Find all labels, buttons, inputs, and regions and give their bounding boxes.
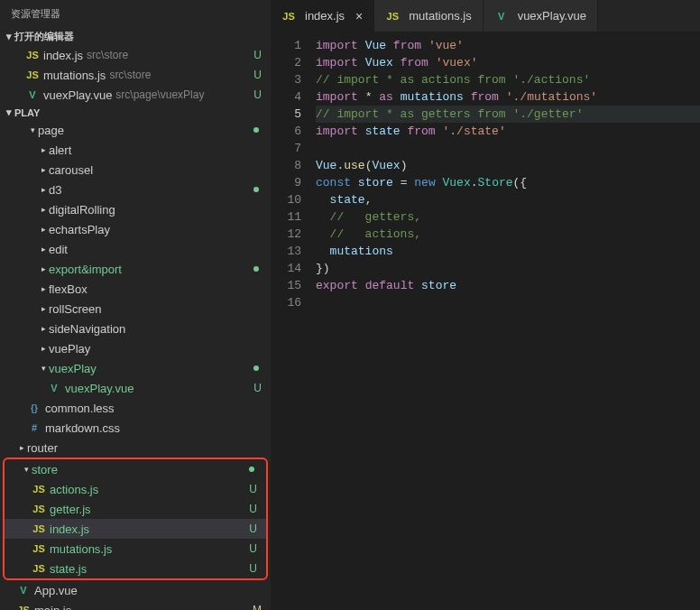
project-header[interactable]: ▾ PLAY — [0, 105, 271, 120]
folder-item[interactable]: export&import — [0, 259, 271, 279]
line-number: 12 — [271, 226, 301, 243]
code-line: // import * as actions from './actions' — [316, 71, 700, 88]
item-label: markdown.css — [45, 421, 120, 435]
git-status: U — [249, 483, 257, 495]
code-line: // getters, — [316, 208, 700, 226]
chevron-icon — [38, 225, 49, 234]
line-number: 7 — [271, 140, 301, 157]
code-line: }) — [316, 260, 700, 277]
file-icon: # — [27, 421, 41, 435]
file-icon: JS — [25, 48, 40, 62]
code-line: import * as mutations from './mutations' — [316, 88, 700, 106]
explorer-title: 资源管理器 — [0, 0, 271, 28]
file-icon: JS — [32, 482, 46, 496]
file-item[interactable]: JSgetter.jsU — [5, 499, 266, 519]
editor-tab[interactable]: VvuexPlay.vue — [484, 0, 598, 32]
line-number: 15 — [271, 277, 301, 294]
code-line: state, — [316, 191, 700, 208]
file-item[interactable]: JSmain.jsM — [0, 600, 271, 610]
folder-item[interactable]: digitalRolling — [0, 199, 271, 219]
item-label: vuexPlay — [49, 362, 97, 375]
item-label: page — [38, 124, 64, 137]
line-number: 16 — [271, 294, 301, 311]
open-editors-label: 打开的编辑器 — [14, 30, 74, 43]
chevron-icon — [38, 185, 49, 194]
item-label: router — [27, 441, 58, 455]
open-editors-section: ▾ 打开的编辑器 JSindex.jssrc\storeUJSmutations… — [0, 28, 271, 105]
file-item[interactable]: JSmutations.jsU — [5, 539, 266, 559]
file-icon: JS — [281, 9, 296, 23]
code-line: Vue.use(Vuex) — [316, 157, 700, 174]
folder-item[interactable]: router — [0, 438, 271, 458]
file-icon: V — [25, 88, 40, 102]
chevron-icon — [27, 125, 38, 134]
line-number: 14 — [271, 260, 301, 277]
folder-item[interactable]: edit — [0, 239, 271, 259]
folder-item[interactable]: d3 — [0, 180, 271, 199]
file-item[interactable]: VvuexPlay.vueU — [0, 378, 271, 398]
folder-item[interactable]: vuePlay — [0, 338, 271, 358]
file-item[interactable]: JSstate.jsU — [5, 559, 266, 578]
line-number: 4 — [271, 88, 301, 106]
editor-tab[interactable]: JSindex.js× — [271, 0, 374, 32]
folder-item[interactable]: carousel — [0, 160, 271, 180]
close-icon[interactable]: × — [355, 9, 363, 23]
file-name: mutations.js — [43, 69, 106, 82]
file-item[interactable]: #markdown.css — [0, 418, 271, 438]
git-status: U — [253, 49, 262, 61]
file-path: src\page\vuexPlay — [115, 88, 204, 101]
item-label: App.vue — [34, 584, 78, 597]
file-item[interactable]: JSactions.jsU — [5, 479, 266, 499]
folder-item[interactable]: sideNavigation — [0, 319, 271, 338]
file-item[interactable]: VApp.vue — [0, 580, 271, 600]
file-icon: JS — [32, 561, 46, 576]
sidebar: 资源管理器 ▾ 打开的编辑器 JSindex.jssrc\storeUJSmut… — [0, 0, 271, 610]
open-editors-header[interactable]: ▾ 打开的编辑器 — [0, 28, 271, 45]
code-area[interactable]: 12345678910111213141516 import Vue from … — [271, 32, 700, 610]
item-label: vuePlay — [49, 342, 90, 356]
item-label: common.less — [45, 402, 115, 415]
code-line — [316, 140, 700, 157]
item-label: d3 — [49, 183, 61, 197]
folder-item[interactable]: alert — [0, 140, 271, 160]
file-item[interactable]: {}common.less — [0, 398, 271, 418]
chevron-icon — [38, 264, 49, 273]
git-dot — [253, 127, 259, 133]
git-dot — [253, 266, 259, 272]
editor-tab[interactable]: JSmutations.js — [374, 0, 483, 32]
line-gutter: 12345678910111213141516 — [271, 37, 316, 610]
folder-item[interactable]: rollScreen — [0, 299, 271, 319]
chevron-icon — [38, 284, 49, 293]
item-label: state.js — [50, 562, 87, 576]
chevron-icon — [21, 465, 32, 474]
git-status: U — [253, 88, 262, 101]
item-label: digitalRolling — [49, 203, 115, 217]
line-number: 11 — [271, 208, 301, 226]
item-label: flexBox — [49, 282, 88, 296]
code-line: import state from './state' — [316, 123, 700, 140]
file-item[interactable]: JSindex.jsU — [5, 519, 266, 539]
chevron-down-icon: ▾ — [4, 106, 14, 118]
folder-item[interactable]: flexBox — [0, 279, 271, 299]
item-label: mutations.js — [50, 542, 112, 556]
file-icon: JS — [385, 9, 400, 23]
chevron-icon — [38, 245, 49, 254]
folder-item[interactable]: store — [5, 459, 266, 479]
file-icon: JS — [32, 522, 46, 536]
folder-item[interactable]: page — [0, 120, 271, 140]
tab-label: vuexPlay.vue — [518, 9, 586, 23]
item-label: carousel — [49, 163, 93, 177]
open-editor-item[interactable]: JSindex.jssrc\storeU — [0, 45, 271, 65]
file-path: src\store — [87, 49, 128, 61]
code-content[interactable]: import Vue from 'vue'import Vuex from 'v… — [316, 37, 700, 610]
tab-label: mutations.js — [409, 9, 471, 23]
file-icon: JS — [25, 68, 40, 82]
open-editor-item[interactable]: VvuexPlay.vuesrc\page\vuexPlayU — [0, 85, 271, 105]
file-icon: {} — [27, 401, 41, 415]
code-line — [316, 294, 700, 311]
folder-item[interactable]: echartsPlay — [0, 219, 271, 239]
folder-item[interactable]: vuexPlay — [0, 358, 271, 378]
open-editor-item[interactable]: JSmutations.jssrc\storeU — [0, 65, 271, 85]
git-status: U — [249, 542, 257, 555]
chevron-icon — [38, 145, 49, 154]
